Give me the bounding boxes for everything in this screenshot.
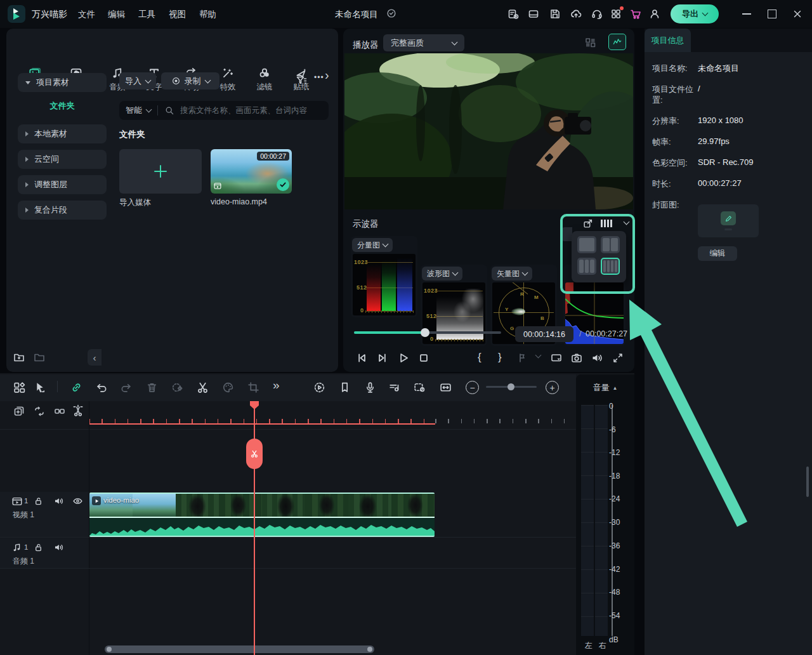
more-options-icon[interactable]: •••: [314, 73, 324, 82]
menu-file[interactable]: 文件: [78, 9, 95, 20]
marker-flag-icon[interactable]: [516, 352, 528, 364]
menu-view[interactable]: 视图: [169, 9, 186, 20]
mark-in-brace-button[interactable]: {: [478, 351, 481, 364]
timeline-zoom-slider[interactable]: [486, 386, 537, 388]
filter-funnel-icon[interactable]: [295, 74, 308, 87]
volume-meter-header[interactable]: 音量 ▲: [576, 382, 634, 394]
tabs-more-icon[interactable]: ›: [325, 68, 329, 83]
export-button[interactable]: 导出: [671, 4, 719, 23]
sidebar-item-compound-clip[interactable]: 复合片段: [18, 201, 107, 220]
marker-chevron-icon[interactable]: [535, 352, 542, 359]
video-thumbnail-tile[interactable]: 00:00:27: [211, 149, 292, 194]
volume-speaker-icon[interactable]: [591, 352, 603, 364]
zoom-out-icon[interactable]: −: [466, 381, 479, 394]
maximize-button[interactable]: [768, 10, 776, 18]
waveform-dropdown[interactable]: 波形图: [422, 267, 462, 281]
crop-icon[interactable]: [247, 381, 260, 394]
tab-filters[interactable]: 滤镜: [246, 65, 283, 93]
play-button[interactable]: [396, 351, 410, 365]
quality-dropdown[interactable]: 完整画质: [383, 34, 464, 51]
sidebar-item-cloud-space[interactable]: 云空间: [18, 150, 107, 169]
render-preview-icon[interactable]: [313, 381, 326, 394]
select-tool-icon[interactable]: [33, 381, 46, 394]
beat-detect-icon[interactable]: [388, 381, 401, 394]
menu-tools[interactable]: 工具: [138, 9, 155, 20]
undo-icon[interactable]: [95, 381, 108, 394]
sidebar-item-adjustment-layer[interactable]: 调整图层: [18, 175, 107, 194]
video-lock-icon[interactable]: [33, 496, 44, 506]
mark-out-brace-button[interactable]: }: [498, 351, 502, 364]
cover-edit-icon[interactable]: [721, 211, 736, 225]
import-media-tile[interactable]: [119, 149, 202, 194]
timeline-h-scrollbar[interactable]: [105, 645, 374, 653]
video-track-header[interactable]: 1 视频 1: [0, 492, 89, 537]
vector-dropdown[interactable]: 矢量图: [492, 267, 532, 281]
current-timecode[interactable]: 00:00:14:16: [515, 326, 573, 342]
ruler-ticks-inactive[interactable]: [435, 419, 575, 423]
auto-scroll-icon[interactable]: [33, 405, 46, 418]
menu-edit[interactable]: 编辑: [108, 9, 125, 20]
playback-progress-track[interactable]: [354, 331, 501, 334]
support-headset-icon[interactable]: [591, 8, 603, 20]
view-options-icon[interactable]: [413, 381, 426, 394]
smart-search-dropdown[interactable]: 智能: [126, 105, 142, 116]
collapse-sidebar-button[interactable]: ‹: [88, 349, 102, 366]
record-button[interactable]: 录制: [161, 72, 219, 89]
store-cart-icon[interactable]: [629, 8, 642, 20]
color-palette-icon[interactable]: [221, 381, 235, 394]
import-button[interactable]: 导入: [119, 72, 156, 89]
layout-icon[interactable]: [527, 8, 540, 20]
save-icon[interactable]: [549, 8, 561, 20]
linkage-icon[interactable]: [53, 405, 66, 418]
zoom-in-icon[interactable]: +: [546, 381, 559, 394]
app-logo-icon[interactable]: [8, 5, 25, 23]
scopes-toggle-icon[interactable]: [608, 34, 626, 50]
mirror-display-icon[interactable]: [550, 352, 563, 364]
playback-progress-handle[interactable]: [421, 328, 429, 337]
audio-track-header[interactable]: 1 音频 1: [0, 538, 89, 568]
backup-icon[interactable]: [507, 8, 520, 20]
sidebar-item-local-media[interactable]: 本地素材: [18, 124, 107, 143]
fit-timeline-icon[interactable]: [439, 381, 452, 394]
parade-dropdown[interactable]: 分量图: [352, 238, 393, 252]
more-tools-icon[interactable]: »: [273, 378, 280, 392]
menu-help[interactable]: 帮助: [199, 9, 216, 20]
timeline-video-clip[interactable]: video-miao: [89, 493, 435, 537]
link-icon[interactable]: [70, 381, 83, 394]
right-panel-scrollbar[interactable]: [806, 466, 809, 497]
minimize-button[interactable]: [742, 13, 751, 15]
video-visibility-icon[interactable]: [72, 496, 83, 506]
playhead-marker[interactable]: [250, 401, 259, 409]
quick-split-icon[interactable]: [71, 404, 85, 418]
keyframe-icon[interactable]: [171, 381, 184, 394]
cover-thumbnail[interactable]: [698, 204, 759, 237]
audio-mute-icon[interactable]: [53, 542, 64, 553]
account-icon[interactable]: [648, 8, 661, 20]
redo-icon[interactable]: [120, 381, 133, 394]
scrollbar-left-handle[interactable]: [107, 647, 112, 652]
snapshot-camera-icon[interactable]: [570, 352, 583, 364]
sidebar-item-project-materials[interactable]: 项目素材: [18, 73, 107, 92]
split-scissors-icon[interactable]: [196, 381, 209, 394]
edit-button[interactable]: 编辑: [698, 246, 737, 261]
multi-view-icon[interactable]: [584, 36, 597, 49]
video-mute-icon[interactable]: [53, 496, 64, 506]
audio-lock-icon[interactable]: [33, 542, 44, 553]
ruler-ticks-active[interactable]: [89, 419, 435, 425]
playhead-split-button[interactable]: [246, 439, 263, 469]
cloud-upload-icon[interactable]: [570, 8, 582, 20]
remove-folder-icon[interactable]: [33, 351, 46, 364]
sidebar-item-folder[interactable]: 文件夹: [18, 100, 107, 112]
close-button[interactable]: [792, 8, 803, 20]
tab-project-info[interactable]: 项目信息: [645, 29, 691, 52]
voiceover-mic-icon[interactable]: [363, 381, 377, 394]
scrollbar-right-handle[interactable]: [367, 647, 372, 652]
delete-icon[interactable]: [145, 381, 159, 394]
video-preview[interactable]: [344, 53, 633, 209]
marker-bookmark-icon[interactable]: [338, 381, 351, 394]
next-frame-button[interactable]: [376, 351, 390, 365]
add-track-icon[interactable]: [13, 405, 25, 418]
add-folder-icon[interactable]: [13, 351, 25, 364]
timeline-zoom-handle[interactable]: [508, 383, 514, 390]
layout-presets-icon[interactable]: [13, 381, 26, 394]
